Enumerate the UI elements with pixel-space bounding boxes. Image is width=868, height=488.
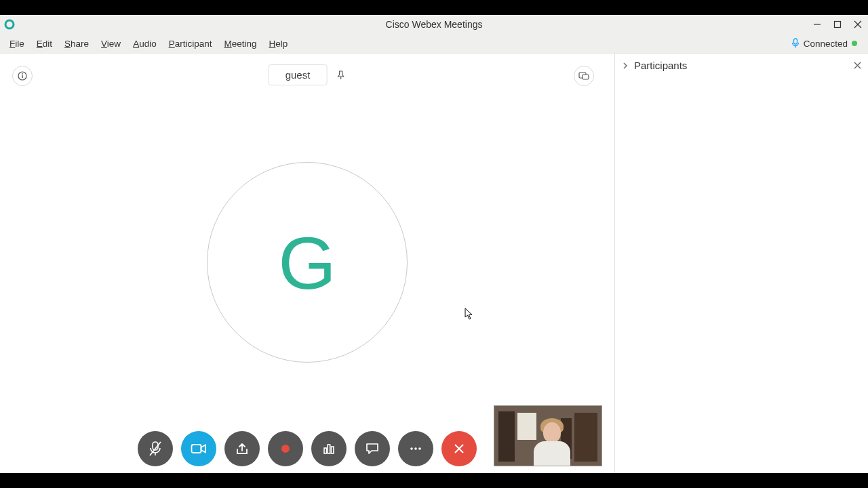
menu-meeting[interactable]: Meeting [218, 37, 262, 50]
svg-point-21 [414, 447, 417, 450]
close-button[interactable] [848, 15, 868, 34]
record-button[interactable] [268, 431, 303, 466]
pin-icon[interactable] [335, 70, 346, 81]
maximize-button[interactable] [827, 15, 848, 34]
menu-help[interactable]: Help [264, 37, 294, 50]
menubar: File Edit Share View Audio Participant M… [0, 34, 868, 53]
participants-panel-title: Participants [634, 60, 687, 71]
active-speaker-chip: guest [269, 64, 347, 85]
svg-point-8 [22, 73, 23, 75]
window-title: Cisco Webex Meetings [386, 19, 483, 30]
svg-rect-18 [328, 445, 330, 453]
svg-point-0 [5, 20, 14, 28]
layout-button[interactable] [574, 66, 594, 86]
svg-rect-5 [793, 39, 797, 44]
leave-meeting-button[interactable] [441, 431, 477, 466]
menu-share[interactable]: Share [59, 37, 94, 50]
menu-participant[interactable]: Participant [163, 37, 218, 50]
active-speaker-name: guest [269, 64, 328, 85]
connection-status-label: Connected [804, 39, 848, 49]
participant-avatar: G [207, 162, 408, 363]
connection-status-dot-icon [852, 41, 857, 46]
svg-point-22 [418, 447, 421, 450]
titlebar: Cisco Webex Meetings [0, 15, 868, 34]
minimize-button[interactable] [807, 15, 827, 34]
chat-button[interactable] [355, 431, 390, 466]
more-options-button[interactable] [398, 431, 433, 466]
meeting-controls [138, 431, 477, 466]
app-icon [4, 19, 15, 30]
content-row: guest G [0, 53, 868, 473]
menu-file-rest: ile [15, 39, 24, 49]
svg-rect-17 [324, 448, 327, 453]
cursor-icon [465, 308, 474, 320]
mute-button[interactable] [138, 431, 173, 466]
avatar-initial: G [278, 220, 336, 306]
mic-status-icon [791, 38, 800, 49]
letterbox-bottom [0, 473, 868, 488]
menubar-left: File Edit Share View Audio Participant M… [4, 37, 293, 50]
app-window: Cisco Webex Meetings File Edit Share Vie… [0, 15, 868, 473]
participants-panel-header[interactable]: Participants [615, 54, 868, 78]
meeting-info-button[interactable] [12, 66, 33, 86]
chevron-right-icon [622, 62, 629, 70]
menu-view[interactable]: View [96, 37, 126, 50]
svg-rect-12 [583, 75, 589, 79]
poll-button[interactable] [311, 431, 347, 466]
record-dot-icon [281, 445, 290, 453]
self-video-thumbnail[interactable] [494, 405, 602, 466]
menubar-right: Connected [791, 38, 864, 49]
svg-rect-2 [835, 22, 841, 28]
menu-audio[interactable]: Audio [127, 37, 162, 50]
letterbox-top [0, 0, 868, 15]
participants-panel: Participants [614, 53, 868, 473]
svg-rect-16 [192, 445, 201, 453]
main-area: guest G [0, 53, 614, 473]
svg-rect-19 [331, 447, 334, 453]
svg-point-20 [410, 447, 413, 450]
menu-file[interactable]: File [4, 37, 30, 50]
video-button[interactable] [181, 431, 216, 466]
window-controls [807, 15, 868, 34]
participants-panel-close-button[interactable] [854, 62, 861, 69]
menu-edit[interactable]: Edit [31, 37, 58, 50]
share-button[interactable] [224, 431, 260, 466]
